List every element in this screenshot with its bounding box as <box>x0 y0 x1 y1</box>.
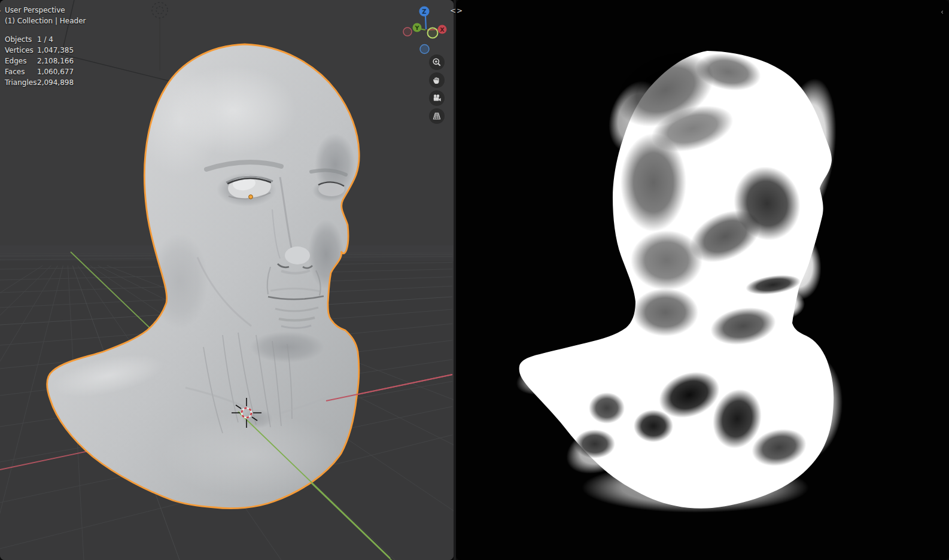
sidebar-collapse-arrow[interactable]: ‹ <box>941 8 944 16</box>
gizmo-z-line <box>425 16 426 29</box>
stat-row-objects: Objects 1 / 4 <box>5 34 86 45</box>
viewport-hud-text: User Perspective (1) Collection | Header… <box>5 5 86 88</box>
view-perspective-label: User Perspective <box>5 5 86 16</box>
toolbar-collapse-arrow[interactable]: › <box>0 7 1 14</box>
gizmo-minus-y-ball[interactable] <box>428 28 438 38</box>
navigation-gizmo[interactable]: Z Y X <box>397 0 452 57</box>
gizmo-minus-x-ball[interactable] <box>403 28 412 36</box>
stat-row-faces: Faces 1,060,677 <box>5 66 86 77</box>
gizmo-x-label: X <box>440 26 445 33</box>
viewport-render-preview[interactable]: ‹ <box>456 0 949 560</box>
area-splitter-handle[interactable]: <> <box>448 7 465 15</box>
zoom-icon <box>432 57 442 67</box>
camera-view-icon <box>432 93 442 103</box>
pan-button[interactable] <box>429 72 445 88</box>
viewport-3d-solid[interactable]: User Perspective (1) Collection | Header… <box>0 0 454 560</box>
gizmo-minus-z-ball[interactable] <box>420 45 429 54</box>
render-canvas[interactable] <box>456 0 949 560</box>
gizmo-y-label: Y <box>415 25 419 31</box>
toggle-perspective-button[interactable] <box>429 108 445 124</box>
stat-row-edges: Edges 2,108,166 <box>5 56 86 66</box>
context-breadcrumb: (1) Collection | Header <box>5 16 86 26</box>
stat-row-vertices: Vertices 1,047,385 <box>5 45 86 56</box>
scene-statistics: Objects 1 / 4 Vertices 1,047,385 Edges 2… <box>5 34 86 88</box>
zoom-button[interactable] <box>429 54 445 70</box>
perspective-grid-icon <box>432 111 442 121</box>
stat-row-triangles: Triangles 2,094,898 <box>5 77 86 88</box>
camera-view-button[interactable] <box>429 90 445 106</box>
object-origin-dot <box>249 195 253 199</box>
gizmo-z-label: Z <box>422 8 426 15</box>
pan-hand-icon <box>432 75 442 85</box>
